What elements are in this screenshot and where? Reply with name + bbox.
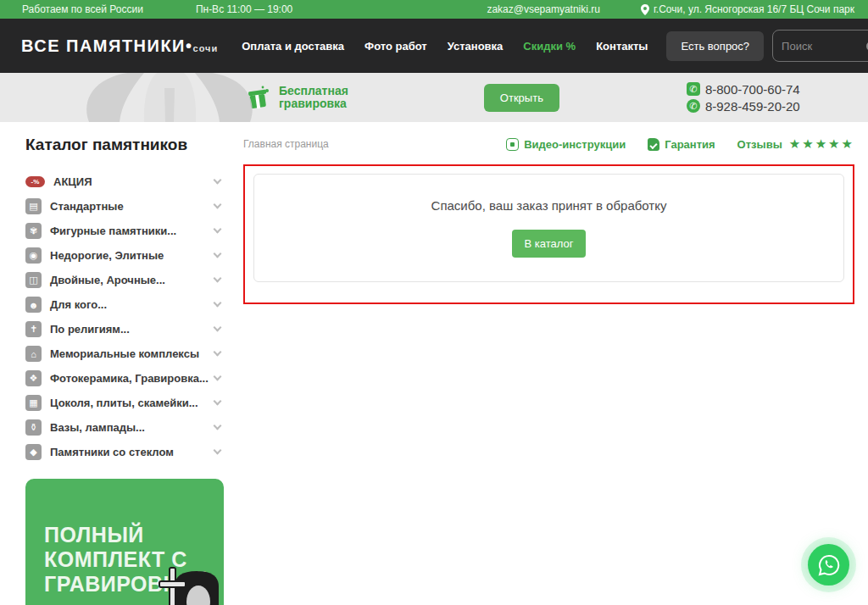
reviews-link[interactable]: Отзывы ★★★★★ bbox=[737, 136, 854, 152]
sidebar-item-religii[interactable]: ✝ По религиям... bbox=[25, 317, 224, 341]
sidebar-item-fotokeramika[interactable]: ❖ Фотокерамика, Гравировка... bbox=[25, 366, 224, 391]
phone-number-main[interactable]: 8-800-700-60-74 bbox=[705, 82, 800, 97]
memorial-complex-icon: ⌂ bbox=[25, 346, 42, 362]
warranty-shield-icon bbox=[648, 138, 659, 151]
phone-number-whatsapp[interactable]: 8-928-459-20-20 bbox=[705, 99, 800, 114]
chevron-down-icon[interactable] bbox=[214, 348, 222, 357]
angel-statue-image bbox=[81, 73, 259, 122]
chevron-down-icon[interactable] bbox=[214, 397, 222, 406]
chevron-down-icon[interactable] bbox=[214, 275, 222, 283]
category-list: -% АКЦИЯ ▤ Стандартные ✾ Фигурные памятн… bbox=[25, 169, 224, 464]
sidebar-item-akciya[interactable]: -% АКЦИЯ bbox=[25, 169, 224, 194]
nav-photo-works[interactable]: Фото работ bbox=[364, 40, 427, 53]
free-engraving-line2: гравировка bbox=[279, 97, 348, 110]
phone-icon: ✆ bbox=[687, 82, 700, 96]
working-hours-text: Пн-Вс 11:00 — 19:00 bbox=[196, 3, 292, 15]
chevron-down-icon[interactable] bbox=[214, 373, 222, 381]
glass-monuments-icon: ◆ bbox=[25, 444, 42, 460]
monument-illustration bbox=[149, 561, 219, 605]
sale-badge-icon: -% bbox=[25, 176, 45, 187]
photoceramics-icon: ❖ bbox=[25, 370, 42, 386]
for-whom-icon: ☻ bbox=[25, 297, 42, 313]
main-header: ВСЕ ПАМЯТНИКИ•сочи Оплата и доставка Фот… bbox=[0, 19, 868, 73]
logo-text: ВСЕ ПАМЯТНИКИ bbox=[21, 36, 186, 55]
double-arched-icon: ◫ bbox=[25, 272, 42, 288]
chevron-down-icon[interactable] bbox=[214, 447, 222, 455]
sidebar-item-cokolya[interactable]: ▦ Цоколя, плиты, скамейки... bbox=[25, 391, 224, 415]
figured-monuments-icon: ✾ bbox=[25, 223, 42, 239]
video-instructions-link[interactable]: Видео-инструкции bbox=[506, 138, 626, 151]
chevron-down-icon[interactable] bbox=[214, 176, 222, 185]
breadcrumb[interactable]: Главная страница bbox=[243, 138, 329, 150]
search-input[interactable] bbox=[782, 40, 866, 53]
promo-strip: Бесплатная гравировка Открыть ✆ 8-800-70… bbox=[0, 73, 868, 122]
to-catalog-button[interactable]: В каталог bbox=[512, 230, 587, 258]
ask-question-button[interactable]: Есть вопрос? bbox=[666, 31, 764, 61]
sidebar-item-dlya-kogo[interactable]: ☻ Для кого... bbox=[25, 292, 224, 317]
order-confirmation-message: Спасибо, ваш заказ принят в обработку bbox=[431, 198, 667, 213]
chevron-down-icon[interactable] bbox=[214, 422, 222, 430]
whatsapp-float-button[interactable] bbox=[808, 544, 849, 586]
catalog-sidebar: Каталог памятников -% АКЦИЯ ▤ Стандартны… bbox=[25, 134, 224, 605]
address-text: г.Сочи, ул. Ясногорская 16/7 БЦ Сочи пар… bbox=[654, 3, 854, 15]
sidebar-item-nedorogie[interactable]: ◉ Недорогие, Элитные bbox=[25, 243, 224, 268]
chevron-down-icon[interactable] bbox=[214, 299, 222, 308]
work-area-text: Работаем по всей России bbox=[22, 3, 143, 15]
email-link[interactable]: zakaz@vsepamyatniki.ru bbox=[487, 3, 600, 15]
warranty-link[interactable]: Гарантия bbox=[648, 138, 715, 151]
nav-payment-delivery[interactable]: Оплата и доставка bbox=[242, 40, 344, 53]
main-content: Главная страница Видео-инструкции Гарант… bbox=[243, 134, 854, 605]
budget-elite-icon: ◉ bbox=[25, 247, 42, 264]
main-nav: Оплата и доставка Фото работ Установка С… bbox=[242, 40, 648, 53]
location-pin-icon bbox=[641, 4, 649, 15]
nav-discounts[interactable]: Скидки % bbox=[523, 40, 576, 53]
sidebar-item-so-steklom[interactable]: ◆ Памятники со стеклом bbox=[25, 440, 224, 464]
logo-city-text: сочи bbox=[193, 43, 219, 53]
catalog-title: Каталог памятников bbox=[25, 136, 224, 154]
open-button[interactable]: Открыть bbox=[484, 84, 559, 112]
chevron-down-icon[interactable] bbox=[214, 201, 222, 209]
chevron-down-icon[interactable] bbox=[214, 250, 222, 258]
sidebar-item-memorialnye[interactable]: ⌂ Мемориальные комплексы bbox=[25, 341, 224, 366]
sidebar-item-vazy[interactable]: ⚱ Вазы, лампады... bbox=[25, 415, 224, 440]
sidebar-item-dvoynye[interactable]: ◫ Двойные, Арочные... bbox=[25, 268, 224, 292]
whatsapp-icon bbox=[818, 554, 840, 576]
order-confirmation-highlight: Спасибо, ваш заказ принят в обработку В … bbox=[243, 164, 854, 304]
sidebar-item-figurnye[interactable]: ✾ Фигурные памятники... bbox=[25, 219, 224, 243]
religions-icon: ✝ bbox=[25, 321, 42, 337]
chevron-down-icon[interactable] bbox=[214, 225, 222, 234]
nav-installation[interactable]: Установка bbox=[448, 40, 504, 53]
search-box[interactable] bbox=[772, 30, 868, 62]
site-logo[interactable]: ВСЕ ПАМЯТНИКИ•сочи bbox=[21, 36, 218, 56]
whatsapp-small-icon: ✆ bbox=[687, 99, 700, 113]
sidebar-item-standartnye[interactable]: ▤ Стандартные bbox=[25, 194, 224, 219]
rating-stars-icon: ★★★★★ bbox=[789, 136, 854, 152]
nav-contacts[interactable]: Контакты bbox=[596, 40, 648, 53]
chevron-down-icon[interactable] bbox=[214, 324, 222, 332]
top-info-bar: Работаем по всей России Пн-Вс 11:00 — 19… bbox=[0, 0, 868, 19]
plinths-slabs-icon: ▦ bbox=[25, 395, 42, 411]
free-engraving-line1: Бесплатная bbox=[279, 85, 348, 97]
promo-line1: ПОЛНЫЙ bbox=[44, 523, 224, 547]
engraving-promo-banner[interactable]: ПОЛНЫЙ КОМПЛЕКТ С ГРАВИРОВКОЙ →ФИО →ДАТА… bbox=[25, 479, 224, 605]
play-icon bbox=[506, 138, 519, 151]
vases-lamps-icon: ⚱ bbox=[25, 419, 42, 436]
standard-monuments-icon: ▤ bbox=[25, 198, 42, 214]
order-confirmation-card: Спасибо, ваш заказ принят в обработку В … bbox=[253, 174, 844, 282]
